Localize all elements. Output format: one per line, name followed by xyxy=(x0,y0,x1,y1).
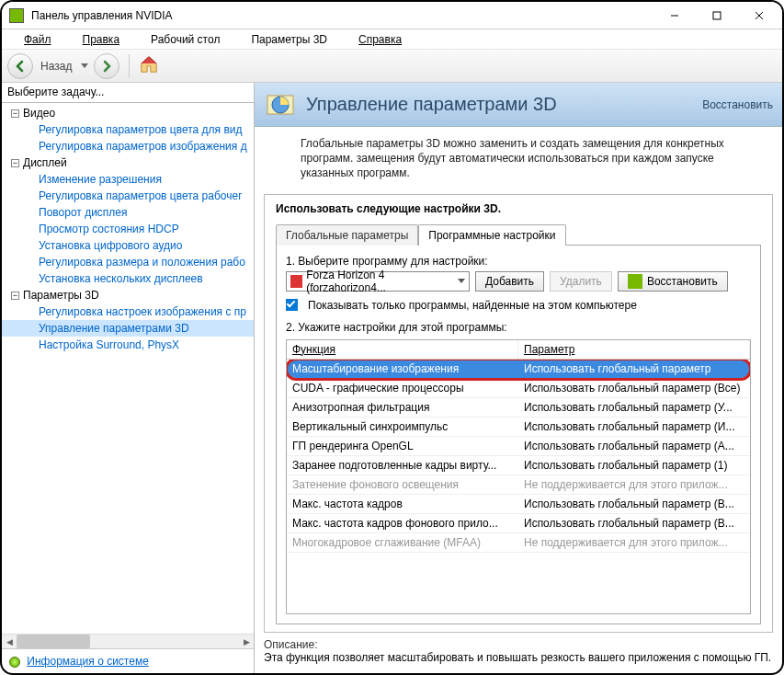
home-button[interactable] xyxy=(139,54,159,77)
table-row[interactable]: Масштабирование изображенияИспользовать … xyxy=(287,360,750,379)
step1-label: 1. Выберите программу для настройки: xyxy=(286,255,751,268)
tree-leaf[interactable]: Установка нескольких дисплеев xyxy=(2,270,254,287)
tree-3d[interactable]: −Параметры 3D xyxy=(2,287,254,303)
cell-parameter: Использовать глобальный параметр (В... xyxy=(518,495,750,513)
page-header: Управление параметрами 3D Восстановить xyxy=(255,83,782,127)
tab-program[interactable]: Программные настройки xyxy=(418,224,565,246)
tree-video[interactable]: −Видео xyxy=(2,105,254,121)
cell-parameter: Использовать глобальный параметр (И... xyxy=(518,418,750,436)
settings-table-body[interactable]: Масштабирование изображенияИспользовать … xyxy=(287,360,750,613)
cell-function: CUDA - графические процессоры xyxy=(287,379,518,397)
cell-parameter: Использовать глобальный параметр (А... xyxy=(518,437,750,455)
menu-file[interactable]: Файл xyxy=(9,31,66,48)
cell-parameter: Использовать глобальный параметр (У... xyxy=(518,398,750,417)
tree-leaf[interactable]: Изменение разрешения xyxy=(2,171,254,188)
back-label: Назад xyxy=(40,60,72,73)
sysinfo-icon xyxy=(9,657,20,668)
cell-function: Масштабирование изображения xyxy=(287,360,518,378)
cell-parameter: Использовать глобальный параметр xyxy=(518,360,750,378)
tree-leaf[interactable]: Регулировка параметров изображения д xyxy=(2,138,254,154)
cell-parameter: Не поддерживается для этого прилож... xyxy=(518,475,750,494)
cell-function: Вертикальный синхроимпульс xyxy=(287,418,518,436)
titlebar: Панель управления NVIDIA xyxy=(2,2,782,29)
cell-function: Заранее подготовленные кадры вирту... xyxy=(287,456,518,475)
cell-parameter: Использовать глобальный параметр (1) xyxy=(518,456,750,475)
table-row[interactable]: Макс. частота кадров фонового прило...Ис… xyxy=(287,514,750,533)
table-row[interactable]: Многокадровое сглаживание (MFAA)Не подде… xyxy=(287,533,750,553)
page-title: Управление параметрами 3D xyxy=(306,94,557,115)
cell-function: Многокадровое сглаживание (MFAA) xyxy=(287,533,518,552)
tab-global[interactable]: Глобальные параметры xyxy=(276,224,418,246)
toolbar-divider xyxy=(129,54,130,78)
tree-leaf[interactable]: Установка цифрового аудио xyxy=(2,237,254,254)
table-row[interactable]: Анизотропная фильтрацияИспользовать глоб… xyxy=(287,398,750,418)
footer-title: Описание: xyxy=(264,638,773,651)
nvidia-icon xyxy=(628,274,642,289)
settings-group: Использовать следующие настройки 3D. Гло… xyxy=(264,194,773,633)
showonly-label: Показывать только программы, найденные н… xyxy=(308,299,637,312)
tree-leaf[interactable]: Просмотр состояния HDCP xyxy=(2,221,254,237)
cell-parameter: Использовать глобальный параметр (В... xyxy=(518,514,750,532)
sysinfo-link-row: Информация о системе xyxy=(2,648,254,673)
tree-leaf[interactable]: Поворот дисплея xyxy=(2,204,254,221)
settings-table: Функция Параметр Масштабирование изображ… xyxy=(286,339,751,614)
header-icon xyxy=(264,88,297,121)
chevron-down-icon xyxy=(458,279,465,283)
table-row[interactable]: ГП рендеринга OpenGLИспользовать глобаль… xyxy=(287,437,750,456)
program-select[interactable]: Forza Horizon 4 (forzahorizon4... xyxy=(286,271,470,292)
description-footer: Описание: Эта функция позволяет масштаби… xyxy=(264,638,773,664)
nav-toolbar: Назад xyxy=(2,50,782,83)
table-row[interactable]: Макс. частота кадровИспользовать глобаль… xyxy=(287,495,750,514)
settings-group-title: Использовать следующие настройки 3D. xyxy=(265,195,772,215)
tab-pane: 1. Выберите программу для настройки: For… xyxy=(276,245,761,624)
window-title: Панель управления NVIDIA xyxy=(31,9,653,22)
sidebar-h-scrollbar[interactable]: ◀▶ xyxy=(2,634,254,648)
cell-function: ГП рендеринга OpenGL xyxy=(287,437,518,455)
cell-function: Затенение фонового освещения xyxy=(287,475,518,494)
maximize-button[interactable] xyxy=(696,3,738,29)
tree-leaf[interactable]: Регулировка параметров цвета для вид xyxy=(2,121,254,138)
menu-3d[interactable]: Параметры 3D xyxy=(236,31,342,48)
cell-function: Макс. частота кадров xyxy=(287,495,518,513)
back-dropdown-icon[interactable] xyxy=(81,63,88,68)
sysinfo-link[interactable]: Информация о системе xyxy=(27,655,148,668)
minimize-button[interactable] xyxy=(653,3,696,29)
close-button[interactable] xyxy=(738,3,780,29)
cell-parameter: Не поддерживается для этого прилож... xyxy=(518,533,750,552)
footer-text: Эта функция позволяет масштабировать и п… xyxy=(264,651,773,664)
sidebar-header: Выберите задачу... xyxy=(2,83,254,103)
cell-function: Анизотропная фильтрация xyxy=(287,398,518,417)
tree-display[interactable]: −Дисплей xyxy=(2,154,254,171)
cell-function: Макс. частота кадров фонового прило... xyxy=(287,514,518,532)
svg-rect-1 xyxy=(713,12,721,19)
menu-edit[interactable]: Правка xyxy=(68,31,135,48)
program-icon xyxy=(290,275,302,288)
col-function[interactable]: Функция xyxy=(287,340,518,359)
restore-defaults-link[interactable]: Восстановить xyxy=(702,98,773,111)
cell-parameter: Использовать глобальный параметр (Все) xyxy=(518,379,750,397)
program-select-value: Forza Horizon 4 (forzahorizon4... xyxy=(306,269,458,294)
table-row[interactable]: Заранее подготовленные кадры вирту...Исп… xyxy=(287,456,750,475)
menu-help[interactable]: Справка xyxy=(344,31,416,48)
tree-leaf[interactable]: Настройка Surround, PhysX xyxy=(2,337,254,353)
table-row[interactable]: Затенение фонового освещенияНе поддержив… xyxy=(287,475,750,495)
tree-leaf[interactable]: Регулировка настроек изображения с пр xyxy=(2,303,254,320)
tree-leaf[interactable]: Регулировка размера и положения рабо xyxy=(2,254,254,270)
menu-desktop[interactable]: Рабочий стол xyxy=(136,31,234,48)
restore-button[interactable]: Восстановить xyxy=(618,271,728,292)
forward-button[interactable] xyxy=(94,53,119,79)
delete-button: Удалить xyxy=(550,271,612,292)
menubar: Файл Правка Рабочий стол Параметры 3D Сп… xyxy=(2,29,782,50)
nvidia-icon xyxy=(9,8,24,23)
table-row[interactable]: CUDA - графические процессорыИспользоват… xyxy=(287,379,750,398)
col-parameter[interactable]: Параметр xyxy=(518,340,750,359)
tree-leaf-selected[interactable]: Управление параметрами 3D xyxy=(2,320,254,337)
table-row[interactable]: Вертикальный синхроимпульсИспользовать г… xyxy=(287,418,750,437)
page-description: Глобальные параметры 3D можно заменить и… xyxy=(255,127,782,190)
showonly-checkbox[interactable] xyxy=(286,299,298,311)
add-button[interactable]: Добавить xyxy=(475,271,544,292)
task-tree[interactable]: −Видео Регулировка параметров цвета для … xyxy=(2,103,254,634)
tree-leaf[interactable]: Регулировка параметров цвета рабочег xyxy=(2,188,254,204)
step2-label: 2. Укажите настройки для этой программы: xyxy=(286,321,751,334)
back-button[interactable] xyxy=(7,53,33,79)
